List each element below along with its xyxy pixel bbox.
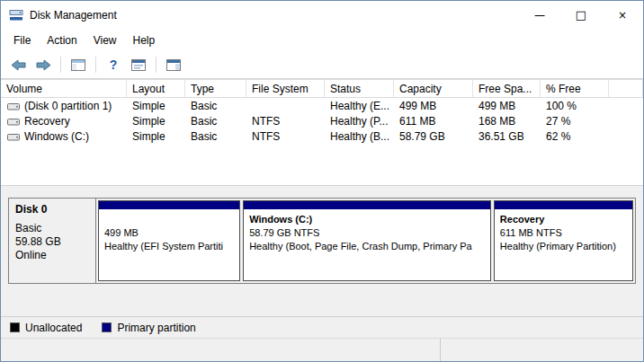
legend-item-unallocated: Unallocated bbox=[10, 322, 82, 334]
close-button[interactable]: × bbox=[602, 1, 643, 29]
statusbar-main bbox=[1, 339, 440, 361]
caption-buttons: — □ × bbox=[519, 1, 643, 29]
column-header-layout[interactable]: Layout bbox=[127, 79, 185, 98]
disk-status: Online bbox=[15, 249, 89, 262]
partition-status: Healthy (Primary Partition) bbox=[500, 240, 627, 253]
pct-free-cell: 62 % bbox=[541, 129, 609, 144]
volume-icon bbox=[7, 132, 20, 142]
disk-type: Basic bbox=[15, 222, 89, 235]
free-space-cell: 36.51 GB bbox=[473, 129, 541, 144]
forward-icon[interactable] bbox=[33, 55, 53, 75]
partition-size: 58.79 GB NTFS bbox=[249, 226, 485, 240]
column-header-pct-free[interactable]: % Free bbox=[541, 79, 609, 98]
legend-bar: Unallocated Primary partition bbox=[1, 316, 643, 338]
legend-item-primary-partition: Primary partition bbox=[102, 322, 195, 334]
column-header-type[interactable]: Type bbox=[185, 79, 246, 98]
titlebar: Disk Management — □ × bbox=[1, 1, 643, 29]
legend-label: Unallocated bbox=[25, 322, 82, 334]
partition-color-band bbox=[99, 201, 239, 209]
disk-view-pane: Disk 0 Basic 59.88 GB Online 499 MB Heal… bbox=[1, 192, 643, 316]
column-header-file-system[interactable]: File System bbox=[246, 79, 325, 98]
column-header-status[interactable]: Status bbox=[325, 79, 394, 98]
menu-file[interactable]: File bbox=[5, 31, 39, 50]
statusbar bbox=[1, 338, 643, 361]
column-header-filler bbox=[609, 79, 643, 98]
file-system-cell: NTFS bbox=[246, 129, 325, 144]
menubar: File Action View Help bbox=[1, 29, 643, 51]
menu-view[interactable]: View bbox=[85, 31, 125, 50]
help-icon[interactable]: ? bbox=[103, 55, 123, 75]
window-title: Disk Management bbox=[30, 9, 117, 22]
column-header-free-space[interactable]: Free Spa... bbox=[473, 79, 541, 98]
capacity-cell: 58.79 GB bbox=[394, 129, 473, 144]
free-space-cell: 168 MB bbox=[473, 114, 541, 128]
layout-cell: Simple bbox=[127, 129, 185, 144]
table-row[interactable]: Recovery Simple Basic NTFS Healthy (P...… bbox=[1, 114, 643, 128]
unallocated-swatch bbox=[10, 322, 20, 332]
back-icon[interactable] bbox=[8, 55, 28, 75]
disk-name: Disk 0 bbox=[15, 203, 89, 216]
toolbar-separator bbox=[95, 57, 96, 73]
table-row[interactable]: (Disk 0 partition 1) Simple Basic Health… bbox=[1, 99, 643, 113]
file-system-cell bbox=[246, 99, 325, 113]
capacity-cell: 499 MB bbox=[394, 99, 473, 113]
volume-icon bbox=[7, 117, 20, 127]
partition-color-band bbox=[495, 201, 632, 209]
partition-title: Recovery bbox=[500, 213, 627, 226]
partition-title bbox=[104, 213, 234, 226]
layout-cell: Simple bbox=[127, 114, 185, 128]
disk-size: 59.88 GB bbox=[15, 235, 89, 249]
menu-action[interactable]: Action bbox=[39, 31, 85, 50]
status-cell: Healthy (P... bbox=[325, 114, 394, 128]
table-row[interactable]: Windows (C:) Simple Basic NTFS Healthy (… bbox=[1, 129, 643, 144]
toolbar-separator bbox=[60, 57, 61, 73]
toolbar: ? bbox=[1, 51, 643, 79]
legend-label: Primary partition bbox=[117, 322, 195, 334]
volume-table-header: Volume Layout Type File System Status Ca… bbox=[1, 79, 643, 98]
file-system-cell: NTFS bbox=[246, 114, 325, 128]
status-cell: Healthy (B... bbox=[325, 129, 394, 144]
statusbar-section bbox=[440, 339, 643, 361]
type-cell: Basic bbox=[185, 114, 246, 128]
pane-splitter[interactable] bbox=[1, 185, 643, 192]
app-icon bbox=[9, 8, 23, 22]
partition-efi[interactable]: 499 MB Healthy (EFI System Partiti bbox=[98, 200, 240, 281]
partition-recovery[interactable]: Recovery 611 MB NTFS Healthy (Primary Pa… bbox=[494, 200, 633, 281]
toolbar-separator bbox=[156, 57, 157, 73]
disk-management-window: Disk Management — □ × File Action View H… bbox=[0, 0, 644, 362]
minimize-button[interactable]: — bbox=[519, 1, 560, 29]
partition-windows-c[interactable]: Windows (C:) 58.79 GB NTFS Healthy (Boot… bbox=[243, 200, 491, 281]
primary-partition-swatch bbox=[102, 322, 112, 332]
type-cell: Basic bbox=[185, 99, 246, 113]
pct-free-cell: 100 % bbox=[541, 99, 609, 113]
volume-list-pane: Volume Layout Type File System Status Ca… bbox=[1, 79, 643, 185]
partition-color-band bbox=[244, 201, 490, 209]
properties-icon[interactable] bbox=[129, 55, 148, 75]
column-header-volume[interactable]: Volume bbox=[1, 79, 127, 98]
status-cell: Healthy (E... bbox=[325, 99, 394, 113]
volume-name-cell: (Disk 0 partition 1) bbox=[1, 99, 127, 113]
partitions-strip: 499 MB Healthy (EFI System Partiti Windo… bbox=[96, 199, 635, 283]
partition-size: 611 MB NTFS bbox=[500, 226, 627, 240]
maximize-button[interactable]: □ bbox=[560, 1, 602, 29]
disk-label[interactable]: Disk 0 Basic 59.88 GB Online bbox=[9, 199, 96, 283]
volume-name: Windows (C:) bbox=[24, 129, 89, 144]
free-space-cell: 499 MB bbox=[473, 99, 541, 113]
volume-icon bbox=[7, 102, 20, 111]
disk-row: Disk 0 Basic 59.88 GB Online 499 MB Heal… bbox=[8, 198, 636, 284]
volume-name: Recovery bbox=[24, 114, 70, 128]
type-cell: Basic bbox=[185, 129, 246, 144]
console-tree-icon[interactable] bbox=[68, 55, 88, 75]
partition-status: Healthy (Boot, Page File, Crash Dump, Pr… bbox=[249, 240, 485, 253]
partition-title: Windows (C:) bbox=[249, 213, 485, 226]
volume-name-cell: Windows (C:) bbox=[1, 129, 127, 144]
layout-cell: Simple bbox=[127, 99, 185, 113]
capacity-cell: 611 MB bbox=[394, 114, 473, 128]
volume-name: (Disk 0 partition 1) bbox=[24, 99, 112, 113]
menu-help[interactable]: Help bbox=[125, 31, 164, 50]
partition-size: 499 MB bbox=[104, 226, 234, 240]
column-header-capacity[interactable]: Capacity bbox=[394, 79, 473, 98]
partition-status: Healthy (EFI System Partiti bbox=[104, 240, 234, 253]
pct-free-cell: 27 % bbox=[541, 114, 609, 128]
action-pane-icon[interactable] bbox=[164, 55, 183, 75]
